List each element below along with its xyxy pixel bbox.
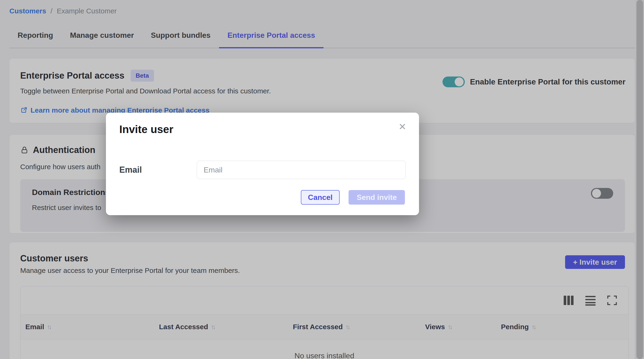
modal-title: Invite user [119, 123, 173, 136]
modal-buttons: Cancel Send invite [301, 190, 405, 205]
send-invite-button[interactable]: Send invite [348, 190, 405, 205]
page: Customers / Example Customer Reporting M… [0, 0, 644, 359]
email-form-row: Email [119, 161, 406, 179]
email-label: Email [119, 165, 197, 175]
cancel-button[interactable]: Cancel [301, 190, 340, 205]
email-field[interactable] [197, 161, 406, 179]
invite-user-modal: Invite user ✕ Email Cancel Send invite [106, 113, 419, 215]
close-icon[interactable]: ✕ [398, 122, 406, 131]
